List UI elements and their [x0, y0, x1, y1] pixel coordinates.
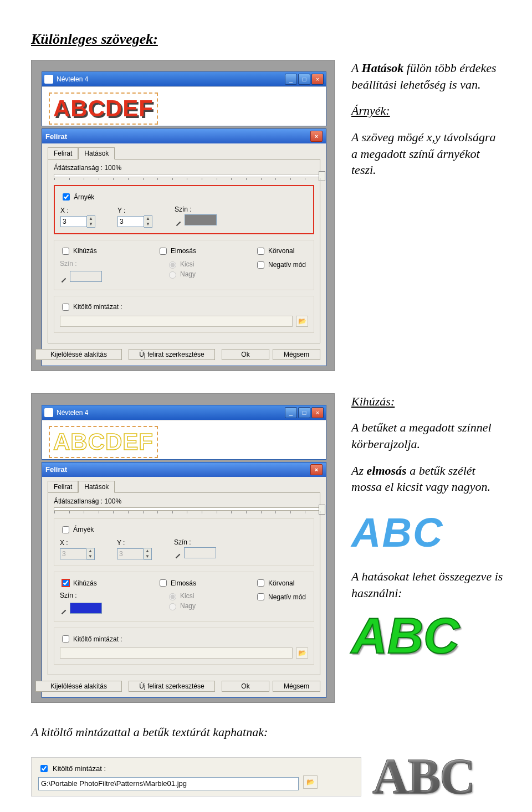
close-button[interactable]: ×	[311, 407, 324, 418]
txt: Az	[351, 464, 367, 477]
opacity-label: Átlátszatlanság : 100%	[54, 497, 314, 505]
txt: A betűket a megadott színnel körberajzol…	[351, 419, 504, 452]
stroke-color-label: Szín :	[60, 592, 77, 599]
pattern-path[interactable]	[60, 316, 293, 327]
pattern-checkbox[interactable]	[62, 304, 69, 311]
subheading-shadow: Árnyék:	[351, 104, 390, 117]
maximize-button[interactable]: □	[298, 74, 310, 85]
felirat-dialog: Felirat × Felirat Hatások Átlátszatlansá…	[42, 129, 326, 366]
blur-large-label: Nagy	[180, 270, 196, 278]
shadow-checkbox[interactable]	[62, 526, 69, 533]
pattern-group: Kitöltő mintázat : 📂	[54, 628, 314, 665]
dialog-title: Felirat	[45, 465, 67, 474]
outline-label: Körvonal	[268, 247, 294, 255]
tab-felirat[interactable]: Felirat	[48, 481, 78, 493]
pattern-checkbox[interactable]	[40, 765, 48, 772]
tab-hatasok[interactable]: Hatások	[78, 147, 115, 160]
blur-checkbox[interactable]	[160, 248, 167, 255]
eyedropper-icon[interactable]	[175, 220, 182, 228]
cancel-button[interactable]: Mégsem	[273, 681, 320, 692]
to-selection-button[interactable]: Kijelöléssé alakítás	[35, 681, 122, 692]
y-spinner[interactable]: ▲▼	[144, 215, 152, 228]
stroke-label: Kihúzás	[73, 247, 97, 255]
stroke-label: Kihúzás	[73, 579, 97, 587]
shadow-group: Árnyék X :▲▼ Y :▲▼ Szín :	[54, 518, 314, 567]
opacity-slider[interactable]	[54, 507, 321, 511]
shadow-checkbox[interactable]	[63, 193, 70, 201]
eyedropper-icon	[174, 552, 182, 560]
stroke-checkbox[interactable]	[62, 579, 69, 587]
color-label: Szín :	[175, 205, 217, 213]
eyedropper-icon[interactable]	[60, 608, 68, 616]
x-label: X :	[60, 207, 95, 214]
blur-small-label: Kicsi	[180, 260, 194, 268]
pattern-group: Kitöltő mintázat : 📂	[54, 296, 314, 333]
doc-window: Névtelen 4 _ □ × ABCDEF	[42, 71, 326, 126]
tab-hatasok[interactable]: Hatások	[78, 481, 115, 493]
doc-window: Névtelen 4 _ □ × ABCDEF	[42, 405, 326, 460]
effects-group: Kihúzás Szín : Elmosás Kicsi Nagy	[54, 240, 314, 290]
tab-felirat[interactable]: Felirat	[48, 147, 78, 160]
opacity-label: Átlátszatlanság : 100%	[54, 164, 314, 172]
shadow-group: Árnyék X :▲▼ Y :▲▼ Szín :	[54, 185, 314, 234]
canvas-text: ABCDEF	[49, 426, 158, 458]
effects-group: Kihúzás Szín : Elmosás Kicsi Nagy	[54, 572, 314, 622]
dialog-close-button[interactable]: ×	[310, 131, 323, 142]
browse-icon[interactable]: 📂	[296, 316, 308, 327]
ok-button[interactable]: Ok	[222, 681, 269, 692]
opacity-slider[interactable]	[54, 174, 321, 177]
minimize-button[interactable]: _	[285, 74, 297, 85]
cancel-button[interactable]: Mégsem	[273, 349, 320, 360]
negative-checkbox[interactable]	[257, 261, 264, 269]
abc-blue-sample: ABC	[351, 505, 504, 561]
y-label: Y :	[117, 539, 152, 547]
blur-large-label: Nagy	[180, 602, 196, 610]
to-selection-button[interactable]: Kijelöléssé alakítás	[35, 349, 122, 360]
txt: A szöveg mögé x,y távolságra a megadott …	[351, 129, 504, 178]
app-icon	[44, 408, 53, 417]
x-input[interactable]	[60, 216, 87, 227]
shadow-color[interactable]	[185, 214, 217, 225]
dialog-title: Felirat	[45, 132, 67, 141]
txt: A hatásokat lehet összegezve is használn…	[351, 568, 504, 601]
blur-large-radio	[169, 603, 176, 610]
pattern-checkbox[interactable]	[62, 635, 69, 643]
app-icon	[44, 75, 53, 84]
outline-checkbox[interactable]	[257, 248, 264, 255]
abc-marble-sample: ABC	[372, 752, 474, 801]
new-text-button[interactable]: Új felirat szerkesztése	[129, 681, 215, 692]
stroke-checkbox[interactable]	[62, 248, 69, 255]
x-spinner[interactable]: ▲▼	[87, 215, 95, 228]
browse-icon[interactable]: 📂	[303, 775, 318, 789]
blur-label: Elmosás	[171, 579, 196, 587]
stroke-color[interactable]	[70, 603, 102, 614]
stroke-color	[70, 271, 102, 282]
screenshot-2: Névtelen 4 _ □ × ABCDEF Felirat ×	[31, 393, 335, 703]
stroke-color-label: Szín :	[60, 260, 77, 268]
y-input	[117, 548, 144, 559]
blur-small-radio	[169, 261, 176, 269]
blur-large-radio	[169, 271, 176, 279]
browse-icon[interactable]: 📂	[296, 647, 308, 659]
dialog-close-button[interactable]: ×	[310, 464, 323, 475]
maximize-button[interactable]: □	[298, 407, 310, 418]
y-label: Y :	[117, 207, 152, 214]
blur-checkbox[interactable]	[160, 579, 167, 587]
minimize-button[interactable]: _	[285, 407, 297, 418]
doc-title: Névtelen 4	[57, 75, 88, 83]
color-label: Szín :	[174, 538, 216, 546]
outline-checkbox[interactable]	[257, 579, 264, 587]
new-text-button[interactable]: Új felirat szerkesztése	[129, 349, 215, 360]
ok-button[interactable]: Ok	[222, 349, 269, 360]
y-input[interactable]	[117, 216, 144, 227]
x-input	[60, 548, 86, 559]
close-button[interactable]: ×	[311, 74, 324, 85]
doc-title: Névtelen 4	[57, 409, 88, 417]
pattern-label: Kitöltő mintázat :	[73, 635, 122, 643]
pattern-path[interactable]	[60, 647, 293, 659]
x-label: X :	[60, 539, 95, 547]
blur-label: Elmosás	[171, 247, 196, 255]
felirat-dialog: Felirat × Felirat Hatások Átlátszatlansá…	[42, 462, 326, 698]
pattern-path-input[interactable]	[38, 777, 299, 790]
negative-checkbox[interactable]	[257, 593, 264, 600]
